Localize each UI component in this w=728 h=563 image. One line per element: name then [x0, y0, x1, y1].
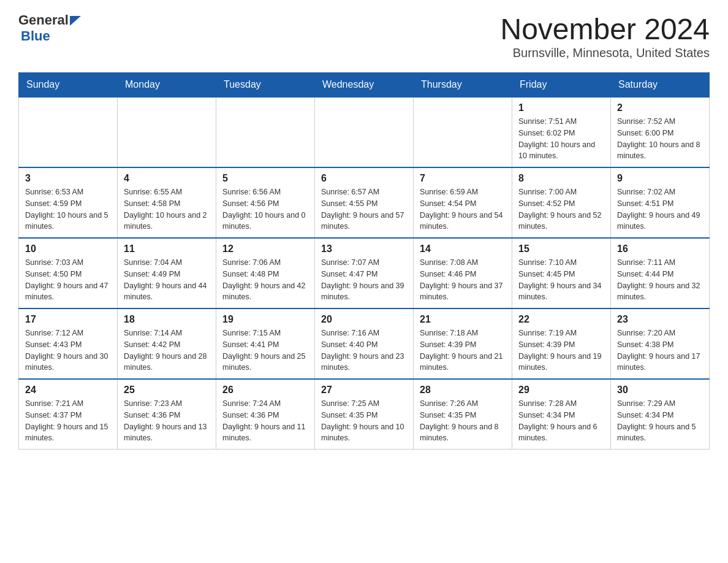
- calendar-day-cell: [216, 97, 315, 167]
- calendar-day-cell: 5Sunrise: 6:56 AMSunset: 4:56 PMDaylight…: [216, 167, 315, 238]
- day-info: Sunrise: 7:25 AMSunset: 4:35 PMDaylight:…: [321, 398, 407, 444]
- day-info: Sunrise: 7:04 AMSunset: 4:49 PMDaylight:…: [124, 257, 210, 303]
- day-info: Sunrise: 7:02 AMSunset: 4:51 PMDaylight:…: [617, 186, 703, 232]
- calendar-day-cell: 22Sunrise: 7:19 AMSunset: 4:39 PMDayligh…: [512, 308, 611, 379]
- logo-blue-text: Blue: [21, 28, 50, 44]
- calendar-day-cell: 6Sunrise: 6:57 AMSunset: 4:55 PMDaylight…: [315, 167, 414, 238]
- day-number: 17: [25, 314, 111, 325]
- day-info: Sunrise: 7:29 AMSunset: 4:34 PMDaylight:…: [617, 398, 703, 444]
- subtitle: Burnsville, Minnesota, United States: [500, 46, 710, 60]
- day-number: 24: [25, 385, 111, 396]
- calendar-day-cell: 24Sunrise: 7:21 AMSunset: 4:37 PMDayligh…: [19, 379, 118, 450]
- day-number: 7: [420, 173, 506, 184]
- calendar-day-cell: 17Sunrise: 7:12 AMSunset: 4:43 PMDayligh…: [19, 308, 118, 379]
- calendar-day-cell: 3Sunrise: 6:53 AMSunset: 4:59 PMDaylight…: [19, 167, 118, 238]
- day-info: Sunrise: 7:18 AMSunset: 4:39 PMDaylight:…: [420, 327, 506, 373]
- day-info: Sunrise: 7:00 AMSunset: 4:52 PMDaylight:…: [518, 186, 604, 232]
- day-number: 26: [222, 385, 308, 396]
- day-number: 5: [222, 173, 308, 184]
- day-number: 9: [617, 173, 703, 184]
- calendar-week-row: 1Sunrise: 7:51 AMSunset: 6:02 PMDaylight…: [19, 97, 710, 167]
- day-info: Sunrise: 7:23 AMSunset: 4:36 PMDaylight:…: [124, 398, 210, 444]
- calendar-day-cell: 18Sunrise: 7:14 AMSunset: 4:42 PMDayligh…: [118, 308, 216, 379]
- day-info: Sunrise: 7:10 AMSunset: 4:45 PMDaylight:…: [518, 257, 604, 303]
- header-thursday: Thursday: [414, 73, 512, 98]
- day-number: 15: [518, 243, 604, 255]
- calendar-day-cell: 7Sunrise: 6:59 AMSunset: 4:54 PMDaylight…: [414, 167, 512, 238]
- day-number: 20: [321, 314, 407, 325]
- calendar-day-cell: 16Sunrise: 7:11 AMSunset: 4:44 PMDayligh…: [611, 238, 710, 308]
- calendar-day-cell: 2Sunrise: 7:52 AMSunset: 6:00 PMDaylight…: [611, 97, 710, 167]
- day-info: Sunrise: 7:12 AMSunset: 4:43 PMDaylight:…: [25, 327, 111, 373]
- day-info: Sunrise: 6:59 AMSunset: 4:54 PMDaylight:…: [420, 186, 506, 232]
- day-info: Sunrise: 6:53 AMSunset: 4:59 PMDaylight:…: [25, 186, 111, 232]
- day-number: 4: [124, 173, 210, 184]
- day-number: 14: [420, 243, 506, 255]
- day-info: Sunrise: 7:19 AMSunset: 4:39 PMDaylight:…: [518, 327, 604, 373]
- calendar-day-cell: 23Sunrise: 7:20 AMSunset: 4:38 PMDayligh…: [611, 308, 710, 379]
- day-number: 12: [222, 243, 308, 255]
- calendar-day-cell: [315, 97, 414, 167]
- day-number: 27: [321, 385, 407, 396]
- svg-marker-0: [70, 16, 81, 26]
- calendar-day-cell: 11Sunrise: 7:04 AMSunset: 4:49 PMDayligh…: [118, 238, 216, 308]
- day-info: Sunrise: 7:14 AMSunset: 4:42 PMDaylight:…: [124, 327, 210, 373]
- header-wednesday: Wednesday: [315, 73, 414, 98]
- calendar-day-cell: 29Sunrise: 7:28 AMSunset: 4:34 PMDayligh…: [512, 379, 611, 450]
- main-title: November 2024: [500, 12, 710, 46]
- day-number: 13: [321, 243, 407, 255]
- day-info: Sunrise: 7:15 AMSunset: 4:41 PMDaylight:…: [222, 327, 308, 373]
- calendar-day-cell: 10Sunrise: 7:03 AMSunset: 4:50 PMDayligh…: [19, 238, 118, 308]
- day-info: Sunrise: 7:24 AMSunset: 4:36 PMDaylight:…: [222, 398, 308, 444]
- calendar-header-row: Sunday Monday Tuesday Wednesday Thursday…: [19, 73, 710, 98]
- calendar-day-cell: 1Sunrise: 7:51 AMSunset: 6:02 PMDaylight…: [512, 97, 611, 167]
- calendar-day-cell: 4Sunrise: 6:55 AMSunset: 4:58 PMDaylight…: [118, 167, 216, 238]
- logo-triangle-icon: [70, 12, 85, 27]
- calendar-day-cell: 28Sunrise: 7:26 AMSunset: 4:35 PMDayligh…: [414, 379, 512, 450]
- calendar-day-cell: [118, 97, 216, 167]
- calendar-day-cell: 8Sunrise: 7:00 AMSunset: 4:52 PMDaylight…: [512, 167, 611, 238]
- title-block: November 2024 Burnsville, Minnesota, Uni…: [500, 12, 710, 60]
- day-info: Sunrise: 6:55 AMSunset: 4:58 PMDaylight:…: [124, 186, 210, 232]
- day-number: 8: [518, 173, 604, 184]
- day-number: 6: [321, 173, 407, 184]
- calendar-day-cell: 21Sunrise: 7:18 AMSunset: 4:39 PMDayligh…: [414, 308, 512, 379]
- calendar-week-row: 17Sunrise: 7:12 AMSunset: 4:43 PMDayligh…: [19, 308, 710, 379]
- calendar-week-row: 24Sunrise: 7:21 AMSunset: 4:37 PMDayligh…: [19, 379, 710, 450]
- header-sunday: Sunday: [19, 73, 118, 98]
- day-number: 3: [25, 173, 111, 184]
- day-number: 18: [124, 314, 210, 325]
- day-info: Sunrise: 6:57 AMSunset: 4:55 PMDaylight:…: [321, 186, 407, 232]
- calendar-day-cell: 26Sunrise: 7:24 AMSunset: 4:36 PMDayligh…: [216, 379, 315, 450]
- calendar-week-row: 3Sunrise: 6:53 AMSunset: 4:59 PMDaylight…: [19, 167, 710, 238]
- calendar-week-row: 10Sunrise: 7:03 AMSunset: 4:50 PMDayligh…: [19, 238, 710, 308]
- calendar-day-cell: [414, 97, 512, 167]
- calendar-day-cell: 20Sunrise: 7:16 AMSunset: 4:40 PMDayligh…: [315, 308, 414, 379]
- calendar-day-cell: [19, 97, 118, 167]
- day-number: 19: [222, 314, 308, 325]
- day-info: Sunrise: 7:20 AMSunset: 4:38 PMDaylight:…: [617, 327, 703, 373]
- day-info: Sunrise: 7:11 AMSunset: 4:44 PMDaylight:…: [617, 257, 703, 303]
- day-info: Sunrise: 7:06 AMSunset: 4:48 PMDaylight:…: [222, 257, 308, 303]
- day-info: Sunrise: 7:07 AMSunset: 4:47 PMDaylight:…: [321, 257, 407, 303]
- day-info: Sunrise: 7:28 AMSunset: 4:34 PMDaylight:…: [518, 398, 604, 444]
- calendar-day-cell: 13Sunrise: 7:07 AMSunset: 4:47 PMDayligh…: [315, 238, 414, 308]
- day-number: 11: [124, 243, 210, 255]
- day-info: Sunrise: 6:56 AMSunset: 4:56 PMDaylight:…: [222, 186, 308, 232]
- header-monday: Monday: [118, 73, 216, 98]
- logo-general-text: General: [18, 12, 69, 28]
- day-number: 1: [518, 102, 604, 113]
- day-info: Sunrise: 7:26 AMSunset: 4:35 PMDaylight:…: [420, 398, 506, 444]
- day-number: 22: [518, 314, 604, 325]
- page-header: General Blue November 2024 Burnsville, M…: [18, 12, 710, 60]
- day-number: 23: [617, 314, 703, 325]
- calendar-day-cell: 27Sunrise: 7:25 AMSunset: 4:35 PMDayligh…: [315, 379, 414, 450]
- day-number: 29: [518, 385, 604, 396]
- day-info: Sunrise: 7:03 AMSunset: 4:50 PMDaylight:…: [25, 257, 111, 303]
- day-info: Sunrise: 7:21 AMSunset: 4:37 PMDaylight:…: [25, 398, 111, 444]
- calendar-day-cell: 14Sunrise: 7:08 AMSunset: 4:46 PMDayligh…: [414, 238, 512, 308]
- day-number: 21: [420, 314, 506, 325]
- calendar-day-cell: 19Sunrise: 7:15 AMSunset: 4:41 PMDayligh…: [216, 308, 315, 379]
- day-info: Sunrise: 7:16 AMSunset: 4:40 PMDaylight:…: [321, 327, 407, 373]
- day-number: 16: [617, 243, 703, 255]
